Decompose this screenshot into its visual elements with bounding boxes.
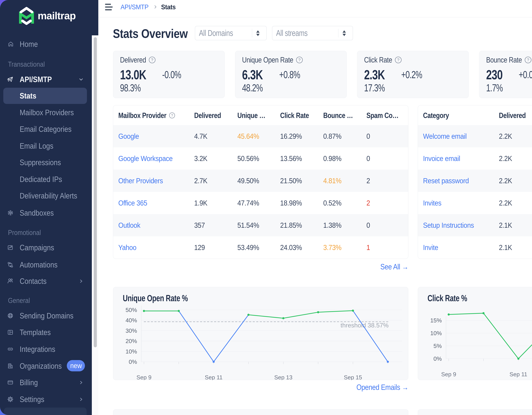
svg-text:Sep 11: Sep 11	[509, 371, 527, 377]
svg-text:0%: 0%	[129, 358, 137, 365]
svg-text:?: ?	[527, 58, 529, 62]
svg-text:Sep 13: Sep 13	[274, 374, 292, 380]
svg-text:?: ?	[298, 58, 301, 62]
svg-text:?: ?	[151, 58, 153, 62]
svg-text:Sep 9: Sep 9	[441, 371, 456, 377]
svg-text:20%: 20%	[125, 338, 137, 344]
svg-text:10%: 10%	[430, 330, 442, 336]
svg-text:5%: 5%	[434, 343, 442, 349]
svg-text:Sep 11: Sep 11	[205, 374, 222, 380]
svg-text:?: ?	[397, 58, 399, 62]
svg-text:?: ?	[171, 113, 173, 117]
svg-text:30%: 30%	[125, 328, 137, 334]
svg-text:15%: 15%	[430, 317, 442, 324]
svg-text:0%: 0%	[434, 356, 442, 362]
svg-text:40%: 40%	[125, 317, 137, 323]
svg-text:Sep 15: Sep 15	[344, 374, 362, 380]
svg-text:Sep 9: Sep 9	[136, 374, 152, 380]
svg-text:10%: 10%	[125, 348, 137, 355]
svg-text:50%: 50%	[125, 307, 137, 313]
